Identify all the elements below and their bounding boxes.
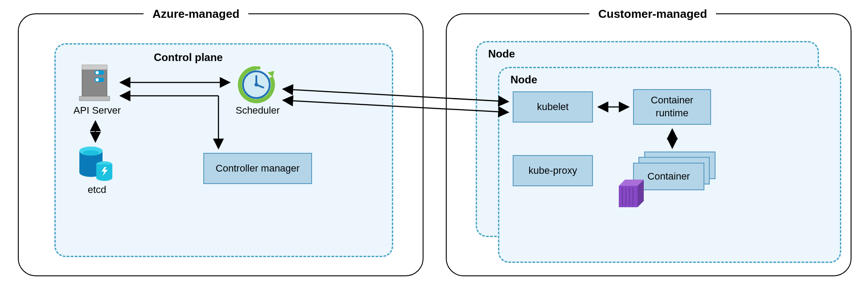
scheduler-label: Scheduler	[235, 105, 280, 116]
container-runtime-box: Container runtime	[633, 89, 711, 125]
kubelet-label: kubelet	[537, 101, 569, 114]
svg-rect-6	[79, 96, 110, 101]
control-plane-title: Control plane	[154, 51, 223, 64]
svg-point-5	[96, 78, 99, 82]
etcd-label: etcd	[85, 184, 109, 196]
kubelet-box: kubelet	[513, 91, 593, 123]
svg-marker-7	[267, 71, 274, 77]
svg-rect-1	[82, 65, 107, 70]
server-icon	[77, 61, 112, 104]
database-icon	[77, 145, 117, 183]
svg-point-20	[96, 175, 112, 181]
node-front-title: Node	[510, 74, 537, 86]
svg-rect-23	[619, 186, 638, 207]
azure-managed-title: Azure-managed	[144, 7, 248, 21]
container-runtime-label: Container runtime	[651, 94, 693, 119]
node-back-title: Node	[488, 48, 515, 60]
container-cube-icon	[611, 176, 651, 212]
api-server-label: API Server	[73, 105, 122, 116]
container-label: Container	[647, 170, 690, 183]
svg-rect-12	[252, 66, 260, 70]
controller-manager-label: Controller manager	[216, 162, 300, 175]
kube-proxy-box: kube-proxy	[513, 155, 593, 186]
kube-proxy-label: kube-proxy	[529, 164, 577, 177]
customer-managed-panel: Customer-managed Node Node	[446, 13, 852, 276]
svg-point-17	[83, 150, 99, 156]
svg-point-3	[96, 71, 99, 74]
clock-icon	[236, 65, 276, 105]
customer-managed-title: Customer-managed	[589, 7, 716, 21]
controller-manager-box: Controller manager	[203, 153, 312, 184]
